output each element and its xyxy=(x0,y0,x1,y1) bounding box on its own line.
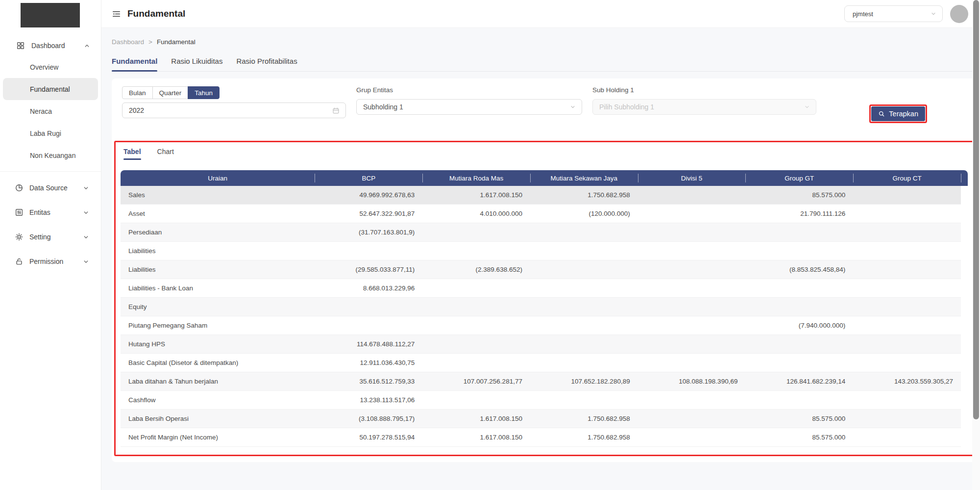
breadcrumb-current: Fundamental xyxy=(157,38,196,46)
table-row: Laba ditahan & Tahun berjalan35.616.512.… xyxy=(121,372,968,391)
chevron-up-icon xyxy=(84,43,90,49)
table-section-annotation: Tabel Chart Uraian BCP Mutiara Ro xyxy=(114,141,974,456)
table-cell xyxy=(853,279,961,298)
table-cell xyxy=(853,298,961,316)
column-header-uraian: Uraian xyxy=(121,170,315,186)
menu-icon[interactable] xyxy=(112,9,121,19)
table-cell: 4.010.000.000 xyxy=(422,205,530,223)
tab-fundamental[interactable]: Fundamental xyxy=(112,57,157,72)
table-cell xyxy=(638,354,746,372)
table-cell xyxy=(638,279,746,298)
table-cell xyxy=(422,316,530,335)
row-label: Laba ditahan & Tahun berjalan xyxy=(121,372,315,391)
table-scroll-gutter-cell xyxy=(961,186,968,205)
column-header-mutiara-sekawan-jaya: Mutiara Sekawan Jaya xyxy=(530,170,638,186)
page-scrollbar-thumb[interactable] xyxy=(973,0,979,419)
toggle-bulan[interactable]: Bulan xyxy=(122,86,153,99)
table-scroll-gutter-cell xyxy=(961,316,968,335)
table-cell xyxy=(422,279,530,298)
sidebar-item-label: Entitas xyxy=(29,208,83,216)
table-cell: 1.750.682.958 xyxy=(530,186,638,205)
row-label: Hutang HPS xyxy=(121,335,315,354)
toggle-quarter[interactable]: Quarter xyxy=(152,86,189,99)
period-toggle: Bulan Quarter Tahun xyxy=(122,86,346,99)
sliders-icon xyxy=(15,208,24,217)
table-cell xyxy=(530,242,638,260)
table-cell xyxy=(853,205,961,223)
table-cell xyxy=(422,298,530,316)
table-cell xyxy=(315,242,422,260)
sub-holding-label: Sub Holding 1 xyxy=(592,86,816,96)
table-cell: (31.707.163.801,9) xyxy=(315,223,422,242)
tab-rasio-profitabilitas[interactable]: Rasio Profitabilitas xyxy=(236,57,297,72)
page-scrollbar-track[interactable] xyxy=(972,0,980,490)
table-cell xyxy=(638,205,746,223)
table-row: Persediaan(31.707.163.801,9) xyxy=(121,223,968,242)
table-scroll-gutter-cell xyxy=(961,391,968,410)
user-dropdown[interactable]: pjmtest xyxy=(844,5,943,22)
table-cell: 21.790.111.126 xyxy=(745,205,853,223)
toggle-tahun[interactable]: Tahun xyxy=(188,86,220,99)
table-cell: 108.088.198.390,69 xyxy=(638,372,746,391)
search-icon xyxy=(878,110,885,117)
table-cell xyxy=(530,316,638,335)
table-cell xyxy=(853,186,961,205)
row-label: Laba Bersih Operasi xyxy=(121,410,315,428)
pie-chart-icon xyxy=(15,183,24,192)
apply-button[interactable]: Terapkan xyxy=(871,106,925,121)
year-input-value: 2022 xyxy=(129,106,332,114)
table-scroll-gutter-cell xyxy=(961,279,968,298)
table-cell: 1.617.008.150 xyxy=(422,428,530,447)
sidebar-item-data-source[interactable]: Data Source xyxy=(0,176,101,200)
app-root: Dashboard Overview Fundamental Neraca La… xyxy=(0,0,980,490)
table-scroll-gutter-cell xyxy=(961,428,968,447)
table-cell: (29.585.033.877,11) xyxy=(315,260,422,279)
row-label: Basic Capital (Disetor & ditempatkan) xyxy=(121,354,315,372)
sidebar-item-non-keuangan[interactable]: Non Keuangan xyxy=(3,144,98,166)
sub-holding-placeholder: Pilih Subholding 1 xyxy=(599,103,804,111)
chevron-down-icon xyxy=(931,11,936,17)
table-cell xyxy=(745,242,853,260)
table-cell: 12.911.036.430,75 xyxy=(315,354,422,372)
chevron-down-icon xyxy=(83,258,89,265)
table-row: Laba Bersih Operasi(3.108.888.795,17)1.6… xyxy=(121,410,968,428)
grup-entitas-select[interactable]: Subholding 1 xyxy=(356,99,582,115)
table-cell: 1.617.008.150 xyxy=(422,186,530,205)
table-cell: 126.841.682.239,14 xyxy=(745,372,853,391)
grup-entitas-label: Grup Entitas xyxy=(356,86,582,96)
year-input[interactable]: 2022 xyxy=(122,103,346,118)
tab-rasio-likuiditas[interactable]: Rasio Likuiditas xyxy=(171,57,222,72)
table-cell xyxy=(745,391,853,410)
tab-tabel[interactable]: Tabel xyxy=(123,145,141,160)
fundamental-table: Uraian BCP Mutiara Roda Mas Mutiara Seka… xyxy=(121,170,968,447)
table-cell: (120.000.000) xyxy=(530,205,638,223)
sidebar-item-label: Neraca xyxy=(30,107,52,115)
table-row: Asset52.647.322.901,874.010.000.000(120.… xyxy=(121,205,968,223)
table-scroll-gutter-cell xyxy=(961,298,968,316)
table-cell: 114.678.488.112,27 xyxy=(315,335,422,354)
sidebar-item-entitas[interactable]: Entitas xyxy=(0,200,101,225)
breadcrumb-parent[interactable]: Dashboard xyxy=(112,38,144,46)
sidebar-item-laba-rugi[interactable]: Laba Rugi xyxy=(3,122,98,144)
sidebar-item-fundamental[interactable]: Fundamental xyxy=(3,78,98,100)
sub-holding-select[interactable]: Pilih Subholding 1 xyxy=(592,99,816,115)
table-cell xyxy=(745,335,853,354)
sidebar-item-overview[interactable]: Overview xyxy=(3,56,98,78)
table-cell xyxy=(745,354,853,372)
table-row: Liabilities - Bank Loan8.668.013.229,96 xyxy=(121,279,968,298)
table-cell xyxy=(530,260,638,279)
table-cell xyxy=(315,316,422,335)
apply-button-label: Terapkan xyxy=(889,110,918,118)
table-row: Hutang HPS114.678.488.112,27 xyxy=(121,335,968,354)
chevron-down-icon xyxy=(83,185,89,191)
tab-chart[interactable]: Chart xyxy=(157,145,174,160)
table-cell xyxy=(853,428,961,447)
gear-icon xyxy=(15,232,24,241)
sidebar-item-neraca[interactable]: Neraca xyxy=(3,100,98,122)
sidebar-item-setting[interactable]: Setting xyxy=(0,225,101,249)
sidebar-item-label: Non Keuangan xyxy=(30,152,75,159)
sidebar-item-permission[interactable]: Permission xyxy=(0,249,101,274)
sidebar-item-dashboard[interactable]: Dashboard xyxy=(0,35,101,56)
table-cell xyxy=(638,316,746,335)
avatar[interactable] xyxy=(950,5,968,23)
